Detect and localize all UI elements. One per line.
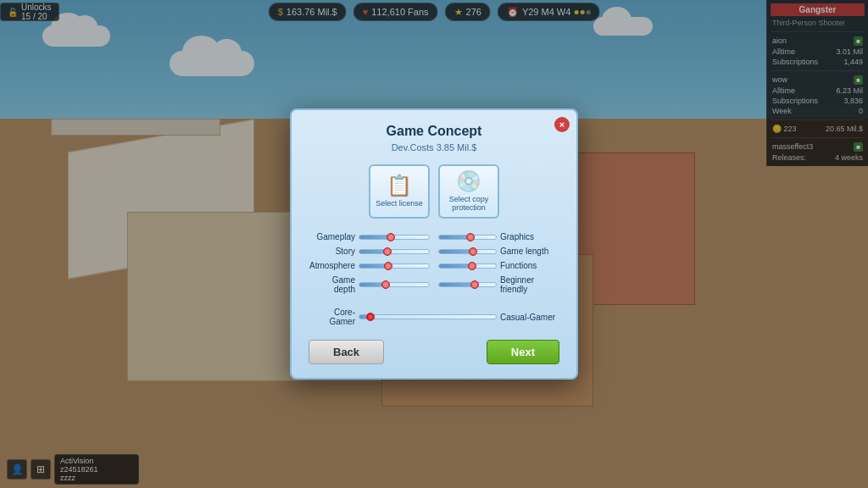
- atmosphere-thumb: [384, 262, 392, 270]
- graphics-slider[interactable]: [438, 235, 497, 240]
- functions-label: Functions: [500, 261, 559, 270]
- atmosphere-label: Atmosphere: [309, 261, 355, 270]
- game-concept-modal: × Game Concept Dev.Costs 3.85 Mil.$ 📋 Se…: [290, 108, 578, 380]
- atmosphere-slider[interactable]: [359, 263, 430, 269]
- gameplay-slider-row: Gameplay: [309, 232, 430, 241]
- story-slider-row: Story: [309, 247, 430, 256]
- beginner-label: Beginner friendly: [500, 275, 559, 294]
- beginner-slider-row: Beginner friendly: [438, 275, 559, 294]
- select-license-button[interactable]: 📋 Select license: [369, 164, 430, 219]
- modal-overlay: × Game Concept Dev.Costs 3.85 Mil.$ 📋 Se…: [0, 0, 868, 488]
- core-gamer-thumb: [366, 313, 375, 321]
- graphics-label: Graphics: [500, 232, 559, 241]
- gamelength-slider-row: Game length: [438, 247, 559, 256]
- modal-devcost: Dev.Costs 3.85 Mil.$: [309, 142, 559, 152]
- gamedepth-thumb: [381, 280, 390, 289]
- atmosphere-slider-row: Atmosphere: [309, 261, 430, 270]
- core-gamer-row: Core-Gamer Casual-Gamer: [309, 308, 559, 326]
- gamelength-slider[interactable]: [438, 249, 497, 254]
- gamelength-fill: [439, 250, 473, 253]
- core-gamer-slider[interactable]: [359, 314, 497, 319]
- graphics-slider-row: Graphics: [438, 232, 559, 241]
- functions-slider-row: Functions: [438, 261, 559, 270]
- license-icon: 📋: [387, 175, 412, 196]
- modal-buttons: Back Next: [309, 340, 559, 364]
- modal-title: Game Concept: [309, 124, 559, 139]
- select-copy-protection-button[interactable]: 💿 Select copyprotection: [438, 164, 499, 219]
- modal-icon-row: 📋 Select license 💿 Select copyprotection: [309, 164, 559, 219]
- graphics-thumb: [466, 233, 475, 241]
- next-button[interactable]: Next: [487, 340, 559, 364]
- license-label: Select license: [376, 199, 423, 208]
- story-label: Story: [309, 247, 355, 256]
- gamelength-thumb: [469, 247, 477, 256]
- gamedepth-slider-row: Game depth: [309, 275, 430, 294]
- beginner-thumb: [470, 280, 479, 289]
- gameplay-label: Gameplay: [309, 232, 355, 241]
- core-gamer-label: Core-Gamer: [309, 308, 355, 326]
- modal-close-button[interactable]: ×: [554, 117, 570, 132]
- beginner-fill: [439, 283, 475, 286]
- copy-protection-label: Select copyprotection: [449, 195, 489, 212]
- story-slider[interactable]: [359, 249, 430, 254]
- beginner-slider[interactable]: [438, 282, 497, 287]
- functions-thumb: [468, 262, 476, 270]
- sliders-grid: Gameplay Graphics Story: [309, 232, 559, 294]
- copy-protection-icon: 💿: [456, 171, 481, 191]
- gameplay-thumb: [387, 233, 395, 241]
- gameplay-slider[interactable]: [359, 235, 430, 240]
- gamedepth-slider[interactable]: [359, 282, 430, 287]
- gamedepth-label: Game depth: [309, 275, 355, 294]
- back-button[interactable]: Back: [309, 340, 384, 364]
- gamelength-label: Game length: [500, 247, 559, 256]
- casual-gamer-label: Casual-Gamer: [500, 313, 559, 322]
- story-thumb: [383, 247, 392, 256]
- functions-slider[interactable]: [438, 263, 497, 269]
